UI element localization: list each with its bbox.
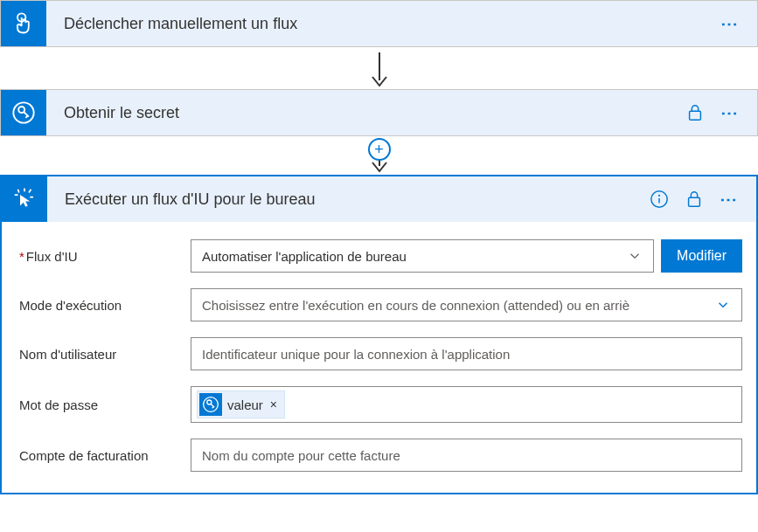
username-row: Nom d'utilisateur Identificateur unique … — [19, 337, 742, 370]
keyvault-token-icon — [199, 393, 222, 416]
chevron-down-icon — [627, 248, 643, 264]
billing-label: Compte de facturation — [19, 448, 191, 463]
key-icon — [11, 100, 36, 125]
info-icon[interactable] — [650, 190, 669, 209]
add-step-button[interactable]: + — [368, 138, 391, 161]
run-mode-label: Mode d'exécution — [19, 298, 191, 313]
ui-flow-label: *Flux d'IU — [19, 249, 191, 264]
modify-button[interactable]: Modifier — [661, 239, 742, 273]
key-icon — [202, 396, 219, 413]
plus-icon: + — [374, 142, 384, 157]
billing-row: Compte de facturation Nom du compte pour… — [19, 439, 742, 472]
keyvault-icon — [1, 90, 46, 135]
lock-icon[interactable] — [685, 103, 705, 122]
username-placeholder: Identificateur unique pour la connexion … — [202, 347, 731, 362]
username-input[interactable]: Identificateur unique pour la connexion … — [191, 337, 742, 370]
required-indicator: * — [19, 249, 24, 264]
trigger-step-card[interactable]: Déclencher manuellement un flux ⋯ — [0, 0, 758, 47]
svg-rect-4 — [690, 111, 701, 120]
billing-placeholder: Nom du compte pour cette facture — [202, 448, 731, 463]
ui-flow-row: *Flux d'IU Automatiser l'application de … — [19, 239, 742, 273]
more-icon[interactable]: ⋯ — [720, 13, 740, 34]
password-label: Mot de passe — [19, 397, 191, 412]
run-mode-select[interactable]: Choisissez entre l'exécution en cours de… — [191, 288, 742, 321]
run-mode-row: Mode d'exécution Choisissez entre l'exéc… — [19, 288, 742, 321]
password-input[interactable]: valeur × — [191, 386, 742, 423]
lock-icon[interactable] — [685, 190, 704, 209]
run-desktop-step: Exécuter un flux d'IU pour le bureau ⋯ *… — [0, 175, 758, 494]
desktop-flow-icon — [2, 176, 47, 222]
arrow-down-icon — [367, 51, 392, 89]
password-row: Mot de passe valeur × — [19, 386, 742, 423]
connector-arrow — [0, 47, 758, 89]
token-label: valeur — [227, 397, 263, 412]
run-desktop-title: Exécuter un flux d'IU pour le bureau — [47, 190, 650, 209]
more-icon[interactable]: ⋯ — [720, 102, 740, 123]
run-desktop-header[interactable]: Exécuter un flux d'IU pour le bureau ⋯ — [2, 176, 756, 222]
trigger-icon — [1, 1, 46, 46]
svg-point-7 — [658, 195, 660, 197]
svg-rect-9 — [689, 197, 700, 206]
cursor-click-icon — [11, 186, 38, 212]
token-remove-button[interactable]: × — [268, 397, 279, 411]
ui-flow-value: Automatiser l'application de bureau — [202, 249, 627, 264]
more-icon[interactable]: ⋯ — [720, 189, 739, 210]
username-label: Nom d'utilisateur — [19, 347, 191, 362]
chevron-down-icon — [715, 297, 731, 313]
form-area: *Flux d'IU Automatiser l'application de … — [2, 222, 756, 493]
secret-token[interactable]: valeur × — [197, 390, 285, 418]
trigger-title: Déclencher manuellement un flux — [46, 15, 720, 33]
ui-flow-select[interactable]: Automatiser l'application de bureau — [191, 239, 654, 273]
get-secret-title: Obtenir le secret — [46, 104, 685, 122]
get-secret-step-card[interactable]: Obtenir le secret ⋯ — [0, 89, 758, 136]
connector-arrow-add: + — [0, 136, 758, 175]
run-mode-placeholder: Choisissez entre l'exécution en cours de… — [202, 298, 715, 313]
touch-icon — [11, 11, 36, 36]
billing-input[interactable]: Nom du compte pour cette facture — [191, 439, 742, 472]
